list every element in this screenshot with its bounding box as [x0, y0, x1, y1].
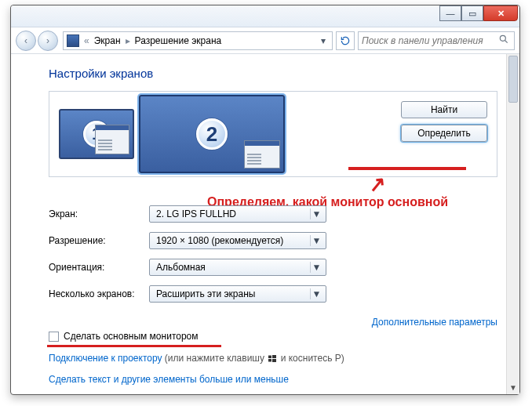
- make-primary-row: Сделать основным монитором: [49, 331, 199, 342]
- orientation-label: Ориентация:: [49, 262, 149, 273]
- connect-projector-link[interactable]: Подключение к проектору: [49, 353, 162, 364]
- screen-value: 2. LG IPS FULLHD: [156, 208, 305, 219]
- advanced-settings-link[interactable]: Дополнительные параметры: [372, 317, 497, 342]
- text-size-link[interactable]: Сделать текст и другие элементы больше и…: [49, 374, 289, 385]
- resolution-value: 1920 × 1080 (рекомендуется): [156, 235, 305, 246]
- address-row: ‹ › « Экран ▸ Разрешение экрана ▾: [11, 27, 519, 54]
- projector-row: Подключение к проектору (или нажмите кла…: [49, 353, 497, 364]
- breadcrumb-screen[interactable]: Экран: [94, 35, 121, 46]
- annotation-underline: [348, 167, 466, 170]
- scroll-down-button[interactable]: ▼: [507, 381, 519, 394]
- minimize-button[interactable]: —: [439, 5, 461, 21]
- control-panel-icon: [67, 34, 79, 47]
- orientation-value: Альбомная: [156, 262, 305, 273]
- screen-label: Экран:: [49, 208, 149, 219]
- annotation-arrow-icon: ↗: [367, 172, 387, 198]
- search-box[interactable]: [358, 31, 515, 50]
- orientation-dropdown[interactable]: Альбомная ▼: [149, 259, 326, 276]
- address-dropdown[interactable]: ▾: [316, 35, 329, 46]
- make-primary-checkbox[interactable]: [49, 332, 59, 342]
- monitor-arrangement-panel[interactable]: 1 2 Найти Определить: [49, 91, 497, 177]
- projector-hint: и коснитесь P): [281, 353, 344, 364]
- svg-point-0: [500, 35, 505, 41]
- search-icon[interactable]: [498, 34, 511, 48]
- svg-rect-2: [268, 355, 271, 358]
- chevron-down-icon: ▼: [310, 262, 322, 273]
- forward-button[interactable]: ›: [38, 31, 58, 51]
- monitor-preview-icon: [244, 140, 280, 169]
- monitor-number-badge: 2: [196, 118, 228, 150]
- nav-buttons: ‹ ›: [16, 30, 60, 52]
- projector-hint: (или нажмите клавишу: [165, 353, 268, 364]
- multiple-displays-label: Несколько экранов:: [49, 288, 149, 299]
- svg-rect-5: [272, 359, 276, 362]
- refresh-icon: [340, 35, 351, 46]
- search-input[interactable]: [362, 35, 498, 46]
- scroll-thumb[interactable]: [508, 56, 518, 103]
- refresh-button[interactable]: [336, 31, 355, 50]
- identify-button[interactable]: Определить: [401, 125, 487, 142]
- breadcrumb-resolution[interactable]: Разрешение экрана: [135, 35, 222, 46]
- back-button[interactable]: ‹: [16, 31, 36, 51]
- page-title: Настройки экранов: [49, 67, 497, 80]
- resolution-label: Разрешение:: [49, 235, 149, 246]
- multiple-displays-dropdown[interactable]: Расширить эти экраны ▼: [149, 285, 326, 303]
- chevron-down-icon: ▼: [310, 208, 322, 219]
- content-area: Настройки экранов 1 2 Найти Определить ↗…: [11, 54, 519, 394]
- titlebar: — ▭ ✕: [11, 5, 519, 27]
- annotation-underline: [47, 345, 221, 347]
- breadcrumb-chevron: ▸: [126, 35, 130, 46]
- find-button[interactable]: Найти: [401, 101, 487, 118]
- svg-rect-3: [272, 355, 276, 358]
- svg-line-1: [505, 40, 508, 42]
- vertical-scrollbar[interactable]: ▲ ▼: [506, 54, 519, 394]
- chevron-down-icon: ▼: [310, 288, 322, 299]
- multiple-displays-value: Расширить эти экраны: [156, 288, 305, 299]
- monitor-thumbnail-1[interactable]: 1: [59, 109, 134, 159]
- close-button[interactable]: ✕: [483, 5, 518, 21]
- screen-dropdown[interactable]: 2. LG IPS FULLHD ▼: [149, 205, 326, 223]
- address-bar[interactable]: « Экран ▸ Разрешение экрана ▾: [63, 31, 333, 50]
- resolution-dropdown[interactable]: 1920 × 1080 (рекомендуется) ▼: [149, 232, 326, 249]
- breadcrumb-chevron: «: [84, 35, 89, 46]
- windows-key-icon: [267, 354, 278, 364]
- maximize-button[interactable]: ▭: [461, 5, 483, 21]
- chevron-down-icon: ▼: [310, 235, 322, 246]
- monitor-preview-icon: [95, 125, 129, 154]
- svg-rect-4: [268, 359, 271, 362]
- window-frame: — ▭ ✕ ‹ › « Экран ▸ Разрешение экрана ▾ …: [10, 5, 520, 395]
- make-primary-label: Сделать основным монитором: [64, 331, 199, 342]
- monitor-thumbnail-2[interactable]: 2: [139, 95, 285, 173]
